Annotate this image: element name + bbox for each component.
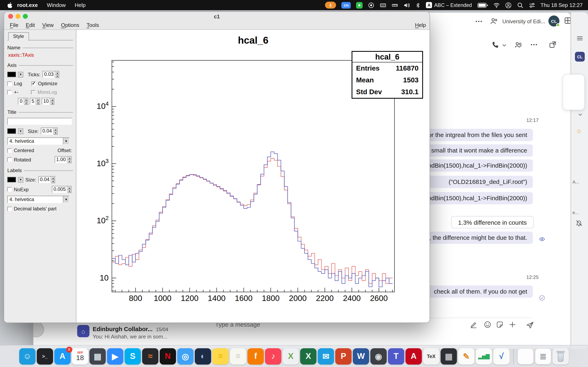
rotated-checkbox[interactable] — [7, 157, 12, 162]
control-center-icon[interactable] — [528, 2, 535, 8]
title-color-swatch[interactable] — [7, 128, 16, 134]
emoji-icon[interactable] — [484, 321, 491, 328]
menu-options[interactable]: Options — [57, 22, 83, 28]
send-icon[interactable] — [526, 321, 534, 329]
dock-acrobat-icon[interactable]: A — [406, 348, 422, 364]
dock-tex-icon[interactable]: TeX — [423, 348, 439, 364]
menu-tools[interactable]: Tools — [83, 22, 103, 28]
volume-icon[interactable] — [403, 2, 410, 8]
battery-icon[interactable] — [477, 2, 488, 8]
dock-mail-icon[interactable]: ✉ — [318, 348, 334, 364]
help-menu[interactable]: Help — [70, 2, 90, 8]
axis-title-input[interactable] — [7, 118, 72, 125]
hamburger-menu-icon[interactable] — [576, 35, 584, 42]
axis-color-dropdown-icon[interactable] — [18, 72, 23, 77]
zoom-button[interactable] — [23, 14, 28, 19]
avatar[interactable]: CL — [548, 16, 559, 26]
dock-audio-app-icon[interactable]: ≈ — [142, 348, 158, 364]
ticks-spinner[interactable]: 0.03 — [43, 71, 60, 78]
dock-trash-icon[interactable] — [553, 348, 569, 364]
dock-globe-app-icon[interactable]: ◐ — [195, 348, 211, 364]
dock-keypad-icon[interactable]: ▦ — [441, 348, 457, 364]
screenshare-icon[interactable] — [356, 2, 363, 8]
menu-view[interactable]: View — [39, 22, 57, 28]
window-layout-icon[interactable] — [564, 17, 571, 25]
dock-safari-icon[interactable]: ◎ — [177, 348, 194, 364]
dock-terminal-icon[interactable]: >_ — [37, 348, 53, 364]
bluetooth-icon[interactable] — [415, 2, 421, 8]
dock-netflix-icon[interactable]: N — [160, 348, 176, 364]
call-icon[interactable] — [492, 41, 499, 49]
menubar-clock[interactable]: Thu 18 Sep 12:27 — [540, 2, 583, 8]
dock-powerpoint-icon[interactable]: P — [335, 348, 352, 364]
record-icon[interactable] — [368, 2, 374, 8]
participants-icon[interactable] — [515, 41, 522, 49]
dock-app-store-icon[interactable]: A6 — [54, 348, 71, 364]
labels-font-select[interactable]: 4. helvetica — [7, 196, 69, 203]
chat-list-title[interactable]: Edinburgh Collabor... — [93, 326, 153, 332]
dock-camera-lens-icon[interactable]: ◉ — [370, 348, 387, 364]
dock-grapher-icon[interactable]: √ — [493, 348, 510, 364]
popout-chat-icon[interactable] — [549, 41, 557, 49]
division3-spinner[interactable]: 10 — [42, 98, 55, 105]
zoom-menubar-badge[interactable]: zm — [341, 2, 351, 8]
dock-xquartz-icon[interactable]: X — [283, 348, 299, 364]
apple-menu-icon[interactable] — [7, 2, 13, 8]
offset-spinner[interactable]: 1.00 — [54, 156, 72, 163]
centered-checkbox[interactable] — [7, 148, 12, 153]
dock-text-doc-icon[interactable]: ≣ — [535, 348, 551, 364]
spotlight-search-icon[interactable] — [517, 2, 523, 8]
add-people-icon[interactable] — [490, 17, 498, 25]
mute-notifications-icon[interactable] — [575, 219, 583, 227]
dock-file-blank-icon[interactable] — [517, 348, 534, 364]
title-font-select[interactable]: 4. helvetica — [7, 137, 69, 145]
dock-zoom-icon[interactable]: ▶ — [107, 348, 123, 364]
attach-plus-icon[interactable] — [509, 321, 516, 328]
rail-chevron-icon[interactable] — [577, 112, 583, 117]
input-source[interactable]: AABC – Extended — [426, 2, 472, 8]
call-options-chevron-icon[interactable] — [502, 42, 507, 48]
active-app-menu[interactable]: root.exe — [13, 2, 42, 8]
division1-spinner[interactable]: 0 — [18, 98, 29, 105]
dock-finder-icon[interactable]: ☺ — [19, 348, 35, 364]
window-titlebar[interactable]: c1 — [4, 12, 430, 21]
chat-list-avatar[interactable]: ⌂ — [77, 325, 89, 337]
tab-style[interactable]: Style — [8, 32, 29, 41]
plusminus-checkbox[interactable] — [7, 90, 12, 94]
labels-size-spinner[interactable]: 0.04 — [38, 176, 56, 183]
user-switch-icon[interactable] — [505, 2, 511, 8]
weather-icon[interactable]: ☼ — [576, 127, 582, 135]
toolbar-more-icon[interactable] — [530, 41, 538, 49]
close-button[interactable] — [8, 14, 13, 19]
rail-profile-badge[interactable]: CL — [575, 52, 585, 62]
dock-firefox-icon[interactable]: f — [247, 348, 264, 364]
title-color-dropdown-icon[interactable] — [18, 128, 23, 134]
dock-pages-icon[interactable]: ✎ — [458, 348, 475, 364]
chat-message[interactable]: 1.3% difference in counts — [451, 216, 534, 228]
menu-edit[interactable]: Edit — [22, 22, 39, 28]
decimal-checkbox[interactable] — [7, 207, 12, 211]
stats-box[interactable]: hcal_6 Entries116870Mean1503Std Dev310.1 — [352, 51, 423, 99]
labels-color-swatch[interactable] — [7, 177, 16, 182]
axis-color-swatch[interactable] — [7, 72, 16, 77]
mic-indicator[interactable] — [325, 2, 336, 8]
log-checkbox[interactable] — [7, 81, 12, 86]
header-more-icon[interactable] — [475, 17, 483, 25]
dock-notes-icon[interactable]: ≡ — [230, 348, 246, 364]
dock-music-icon[interactable]: ♪ — [265, 348, 281, 364]
division2-spinner[interactable]: 5 — [30, 98, 40, 105]
root-canvas[interactable]: hcal_6 800100012001400160018002000220024… — [76, 30, 430, 323]
menu-help[interactable]: Help — [411, 22, 430, 28]
dock-calendar-icon[interactable]: SEP18 — [72, 348, 88, 364]
keyboard-icon[interactable] — [380, 2, 386, 8]
labels-color-dropdown-icon[interactable] — [18, 177, 23, 183]
dock-skype-icon[interactable]: S — [125, 348, 141, 364]
window-menu[interactable]: Window — [42, 2, 70, 8]
noexp-checkbox[interactable] — [7, 187, 12, 192]
dock-excel-icon[interactable]: X — [300, 348, 316, 364]
title-size-spinner[interactable]: 0.04 — [41, 128, 58, 134]
display-icon[interactable] — [392, 2, 398, 8]
format-icon[interactable] — [470, 321, 477, 328]
dock-numbers-icon[interactable]: ▂▅▇ — [476, 348, 492, 364]
labels-offset-spinner[interactable]: 0.005 — [52, 186, 72, 193]
